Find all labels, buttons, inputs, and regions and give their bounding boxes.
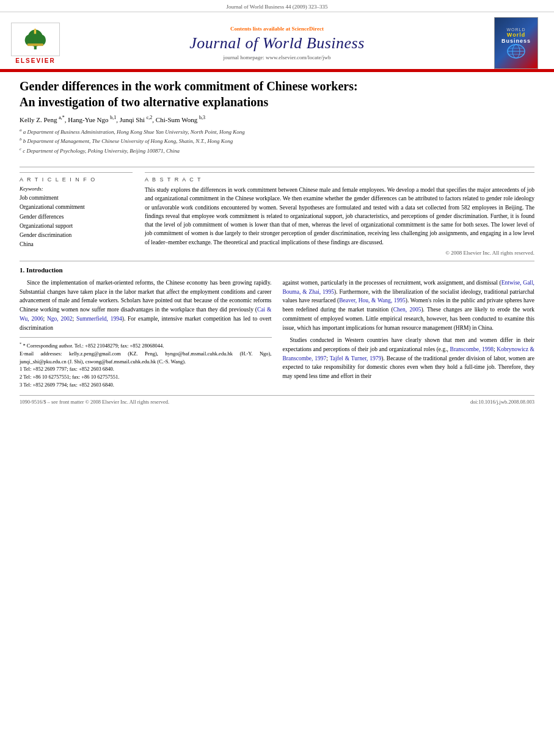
authors-line: Kelly Z. Peng a,*, Hang-Yue Ngo b,1, Jun… bbox=[20, 115, 534, 123]
journal-citation: Journal of World Business 44 (2009) 323–… bbox=[226, 4, 327, 10]
copyright-line: © 2008 Elsevier Inc. All rights reserved… bbox=[145, 250, 534, 256]
keyword-6: China bbox=[20, 240, 133, 249]
doi-line: doi:10.1016/j.jwb.2008.08.003 bbox=[470, 399, 534, 405]
main-content: Gender differences in the work commitmen… bbox=[0, 72, 554, 414]
ref-kobrynowicz[interactable]: Kobrynowicz & Branscombe, 1997 bbox=[283, 346, 535, 362]
keywords-label: Keywords: bbox=[20, 186, 133, 192]
keyword-5: Gender discrimination bbox=[20, 231, 133, 240]
article-info-box: A R T I C L E I N F O Keywords: Job comm… bbox=[20, 172, 133, 249]
abstract-column: A B S T R A C T This study explores the … bbox=[145, 172, 534, 256]
section-heading: 1. Introduction bbox=[20, 266, 534, 274]
keyword-1: Job commitment bbox=[20, 194, 133, 203]
journal-homepage: journal homepage: www.elsevier.com/locat… bbox=[66, 54, 488, 60]
abstract-header: A B S T R A C T bbox=[145, 172, 534, 183]
keyword-4: Organizational support bbox=[20, 222, 133, 231]
elsevier-text: ELSEVIER bbox=[15, 57, 55, 64]
ref-summerfield[interactable]: Summerfield, 1994 bbox=[76, 316, 122, 322]
journal-cover-box: WORLD World Business bbox=[494, 17, 538, 69]
intro-para-right-1: against women, particularly in the proce… bbox=[283, 278, 535, 332]
svg-rect-6 bbox=[27, 43, 43, 46]
sciencedirect-line: Contents lists available at ScienceDirec… bbox=[66, 26, 488, 32]
body-two-col: Since the implementation of market-orien… bbox=[20, 278, 534, 389]
divider-2 bbox=[20, 261, 534, 261]
page: Journal of World Business 44 (2009) 323–… bbox=[0, 0, 554, 756]
ref-tajfel[interactable]: Tajfel & Turner, 1979 bbox=[330, 355, 382, 362]
journal-cover: WORLD World Business bbox=[494, 17, 543, 69]
elsevier-logo-box bbox=[11, 23, 60, 56]
contents-text: Contents lists available at bbox=[230, 26, 292, 32]
cover-world-text: World bbox=[507, 32, 525, 38]
footnote-area: * * Corresponding author. Tel.: +852 210… bbox=[20, 337, 272, 388]
bottom-bar: 1090-9516/$ – see front matter © 2008 El… bbox=[20, 395, 534, 405]
issn-line: 1090-9516/$ – see front matter © 2008 El… bbox=[20, 399, 169, 405]
ref-branscombe[interactable]: Branscombe, 1998 bbox=[450, 346, 494, 352]
journal-title: Journal of World Business bbox=[66, 34, 488, 53]
keywords-list: Job commitment Organizational commitment… bbox=[20, 194, 133, 249]
intro-para-1: Since the implementation of market-orien… bbox=[20, 278, 272, 332]
divider-1 bbox=[20, 167, 534, 167]
affiliation-c: c c Department of Psychology, Peking Uni… bbox=[20, 146, 534, 156]
keyword-2: Organizational commitment bbox=[20, 203, 133, 212]
article-info-abstract-section: A R T I C L E I N F O Keywords: Job comm… bbox=[20, 172, 534, 256]
cover-business-text: Business bbox=[501, 38, 531, 44]
elsevier-tree-icon bbox=[19, 27, 53, 51]
footnote-3: 3 Tel: +852 2609 7794; fax: +852 2603 68… bbox=[20, 381, 272, 389]
sciencedirect-brand: ScienceDirect bbox=[292, 26, 324, 32]
ref-entwise[interactable]: Entwise, Gall, Bouma, & Zhai, 1995 bbox=[283, 280, 535, 295]
article-info-column: A R T I C L E I N F O Keywords: Job comm… bbox=[20, 172, 133, 256]
footnote-corresponding: * * Corresponding author. Tel.: +852 210… bbox=[20, 341, 272, 350]
keyword-3: Gender differences bbox=[20, 213, 133, 222]
section-introduction: 1. Introduction Since the implementation… bbox=[20, 266, 534, 389]
abstract-text: This study explores the differences in w… bbox=[145, 186, 534, 247]
globe-icon bbox=[506, 44, 527, 59]
journal-header-center: Contents lists available at ScienceDirec… bbox=[60, 26, 494, 60]
cover-world-label: WORLD bbox=[506, 27, 525, 32]
article-info-header: A R T I C L E I N F O bbox=[20, 176, 133, 183]
body-col-right: against women, particularly in the proce… bbox=[283, 278, 535, 389]
ref-beaver[interactable]: Beaver, Hou, & Wang, 1995 bbox=[339, 297, 406, 303]
journal-citation-bar: Journal of World Business 44 (2009) 323–… bbox=[0, 0, 554, 12]
affiliation-a: a a Department of Business Administratio… bbox=[20, 127, 534, 137]
intro-para-right-2: Studies conducted in Western countries h… bbox=[283, 336, 535, 381]
article-title: Gender differences in the work commitmen… bbox=[20, 78, 534, 110]
body-col-left: Since the implementation of market-orien… bbox=[20, 278, 272, 389]
article-title-text: Gender differences in the work commitmen… bbox=[20, 79, 358, 109]
elsevier-logo: ELSEVIER bbox=[11, 23, 60, 64]
footnote-1: 1 Tel: +852 2609 7797; fax: +852 2603 68… bbox=[20, 365, 272, 373]
footnote-2: 2 Tel: +86 10 62757551; fax: +86 10 6275… bbox=[20, 373, 272, 381]
ref-ngo[interactable]: Ngo, 2002 bbox=[47, 316, 73, 322]
journal-header: ELSEVIER Contents lists available at Sci… bbox=[0, 12, 554, 70]
footnote-emails: E-mail addresses: kelly.z.peng@gmail.com… bbox=[20, 350, 272, 366]
affiliations: a a Department of Business Administratio… bbox=[20, 127, 534, 156]
affiliation-b: b b Department of Management, The Chines… bbox=[20, 136, 534, 146]
ref-chen[interactable]: Chen, 2005 bbox=[393, 307, 421, 313]
svg-marker-5 bbox=[34, 28, 35, 29]
svg-rect-4 bbox=[34, 30, 35, 34]
article-title-section: Gender differences in the work commitmen… bbox=[20, 78, 534, 161]
